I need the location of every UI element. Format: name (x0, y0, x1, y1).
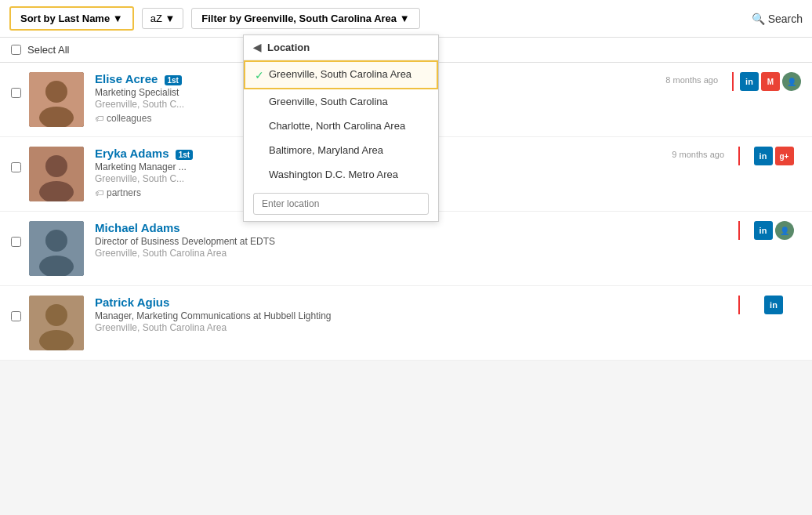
search-button[interactable]: 🔍 Search (752, 13, 803, 25)
search-label: Search (768, 13, 803, 25)
filter-prefix: Filter by (201, 13, 244, 24)
contact-checkbox-2[interactable] (11, 237, 21, 247)
dropdown-item-2[interactable]: Charlotte, North Carolina Area (244, 114, 438, 138)
filter-value: Greenville, South Carolina Area (245, 13, 397, 24)
sort-field: Last Name (58, 13, 110, 24)
linkedin-icon[interactable]: in (754, 221, 773, 240)
dropdown-back[interactable]: ◀ Location (244, 35, 438, 60)
gmail-icon[interactable]: M (761, 72, 780, 91)
dropdown-items-container: ✓Greenville, South Carolina AreaGreenvil… (244, 60, 438, 187)
tag-icon-0: 🏷 (95, 114, 103, 123)
dropdown-item-label: Greenville, South Carolina (269, 96, 388, 107)
contact-actions-1: ing+ (738, 147, 801, 165)
contact-actions-2: in👤 (738, 221, 801, 240)
tag-icon-1: 🏷 (95, 188, 103, 198)
avatar-0 (29, 72, 84, 127)
dropdown-item-4[interactable]: Washington D.C. Metro Area (244, 162, 438, 187)
contact-checkbox-1[interactable] (11, 162, 21, 172)
linkedin-icon[interactable]: in (740, 72, 759, 91)
contact-location-3: Greenville, South Carolina Area (95, 322, 654, 333)
contact-title-3: Manager, Marketing Communications at Hub… (95, 310, 654, 321)
svg-point-10 (45, 304, 67, 326)
dropdown-item-3[interactable]: Baltimore, Maryland Area (244, 138, 438, 162)
contact-info-3: Patrick Agius Manager, Marketing Communi… (95, 296, 654, 333)
search-icon: 🔍 (752, 13, 765, 25)
dropdown-item-0[interactable]: ✓Greenville, South Carolina Area (244, 60, 438, 89)
action-icons-row-3: in (764, 296, 783, 314)
contact-actions-0: inM👤 (732, 72, 801, 91)
az-sort-button[interactable]: aZ ▼ (142, 8, 184, 29)
linkedin-icon[interactable]: in (764, 296, 783, 314)
select-all-label: Select All (27, 44, 69, 56)
degree-badge-1: 1st (176, 150, 193, 160)
contacts-icon[interactable]: 👤 (775, 221, 794, 240)
contact-checkbox-3[interactable] (11, 311, 21, 321)
avatar-1 (29, 147, 84, 201)
sort-button[interactable]: Sort by Last Name ▼ (9, 6, 134, 31)
dropdown-item-1[interactable]: Greenville, South Carolina (244, 89, 438, 114)
avatar-3 (29, 296, 84, 350)
contact-checkbox-0[interactable] (11, 88, 21, 98)
toolbar: Sort by Last Name ▼ aZ ▼ Filter by Green… (0, 0, 812, 38)
avatar-2 (29, 221, 84, 276)
contact-info-2: Michael Adams Director of Business Devel… (95, 221, 654, 259)
contact-name-2[interactable]: Michael Adams (95, 221, 654, 234)
contact-time-0: 8 months ago (647, 72, 726, 85)
contact-time-1: 9 months ago (654, 147, 732, 159)
google-plus-icon[interactable]: g+ (775, 147, 794, 165)
contact-title-2: Director of Business Development at EDTS (95, 236, 654, 247)
contact-name-3[interactable]: Patrick Agius (95, 296, 654, 309)
check-icon: ✓ (255, 69, 264, 82)
contacts-icon[interactable]: 👤 (782, 72, 801, 91)
filter-button[interactable]: Filter by Greenville, South Carolina Are… (191, 8, 419, 29)
contact-location-2: Greenville, South Carolina Area (95, 248, 654, 259)
sort-arrow: ▼ (113, 13, 123, 24)
location-input[interactable] (253, 193, 429, 215)
dropdown-header-label: Location (267, 42, 310, 53)
contact-item-2: Michael Adams Director of Business Devel… (0, 212, 812, 286)
back-arrow-icon: ◀ (253, 42, 261, 53)
dropdown-item-label: Washington D.C. Metro Area (269, 169, 398, 180)
filter-arrow: ▼ (400, 13, 410, 24)
svg-point-7 (45, 230, 67, 252)
action-icons-row-2: in👤 (754, 221, 794, 240)
select-all-checkbox[interactable] (11, 45, 21, 55)
dropdown-item-label: Charlotte, North Carolina Area (269, 120, 405, 132)
contact-actions-3: in (738, 296, 801, 314)
dropdown-item-label: Baltimore, Maryland Area (269, 144, 383, 156)
sort-prefix: Sort by (20, 13, 58, 24)
location-dropdown: ◀ Location ✓Greenville, South Carolina A… (243, 34, 439, 222)
linkedin-icon[interactable]: in (754, 147, 773, 165)
svg-point-1 (45, 81, 67, 103)
degree-badge-0: 1st (165, 75, 182, 85)
svg-point-4 (45, 155, 67, 177)
dropdown-item-label: Greenville, South Carolina Area (269, 68, 411, 80)
action-icons-row-0: inM👤 (740, 72, 801, 91)
contact-item-3: Patrick Agius Manager, Marketing Communi… (0, 286, 812, 361)
action-icons-row-1: ing+ (754, 147, 794, 165)
